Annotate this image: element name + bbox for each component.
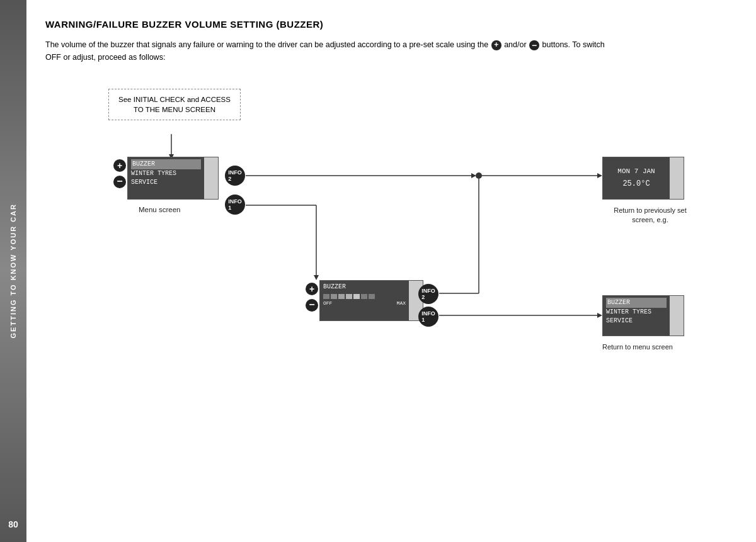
return-bottom-screen-side — [670, 296, 684, 336]
menu-label: Menu screen — [139, 206, 180, 213]
return-top-line1: MON 7 JAN — [617, 167, 655, 176]
return-top-label: Return to previously set screen, e.g. — [606, 206, 694, 225]
return-screen-top-content: MON 7 JAN 25.0°C — [603, 157, 670, 199]
return-top-line2: 25.0°C — [622, 179, 650, 189]
desc-text-1: The volume of the buzzer that signals an… — [45, 40, 488, 49]
info1-button-top[interactable]: INFO1 — [225, 195, 245, 215]
info1-label-bottom: INFO1 — [421, 310, 435, 323]
info2-label-bottom: INFO2 — [421, 288, 435, 300]
minus-circle-icon: − — [529, 40, 539, 50]
menu-line2: WINTER TYRES — [131, 169, 201, 178]
svg-marker-9 — [314, 275, 319, 280]
page-number: 80 — [0, 519, 26, 529]
vol-labels: OFF MAX — [323, 300, 406, 307]
buzzer-screen-content: BUZZER OFF MAX — [320, 281, 409, 320]
buzzer-title: BUZZER — [323, 283, 406, 291]
volume-bar — [323, 294, 406, 299]
vol-off-label: OFF — [323, 300, 332, 307]
sidebar-label: GETTING TO KNOW YOUR CAR — [9, 203, 17, 338]
svg-marker-13 — [597, 313, 602, 318]
return-bottom-label: Return to menu screen — [602, 343, 673, 351]
info2-button-bottom[interactable]: INFO2 — [418, 284, 438, 304]
return-screen-bottom: BUZZER WINTER TYRES SERVICE — [602, 295, 684, 336]
menu-screen-side — [204, 157, 218, 199]
return-screen-bottom-content: BUZZER WINTER TYRES SERVICE — [603, 296, 670, 336]
start-box: See INITIAL CHECK and ACCESS TO THE MENU… — [108, 89, 241, 120]
buzzer-volume-screen: BUZZER OFF MAX — [319, 280, 423, 321]
svg-point-4 — [476, 172, 482, 179]
description: The volume of the buzzer that signals an… — [45, 38, 612, 64]
return-bottom-line3: SERVICE — [606, 317, 667, 325]
vol-max-label: MAX — [397, 300, 406, 307]
info2-label-top: INFO2 — [228, 169, 242, 182]
plus-button-bottom[interactable]: + — [306, 283, 318, 295]
return-bottom-line2: WINTER TYRES — [606, 308, 667, 317]
plus-button-top[interactable]: + — [113, 159, 126, 172]
svg-marker-6 — [597, 173, 602, 178]
page-title: WARNING/FAILURE BUZZER VOLUME SETTING (B… — [45, 19, 731, 30]
menu-line1: BUZZER — [131, 159, 201, 169]
return-screen-top: MON 7 JAN 25.0°C — [602, 157, 684, 200]
menu-screen: BUZZER WINTER TYRES SERVICE — [127, 157, 219, 200]
sidebar: GETTING TO KNOW YOUR CAR 80 — [0, 0, 26, 542]
diagram: See INITIAL CHECK and ACCESS TO THE MENU… — [45, 82, 707, 366]
desc-and-or: and/or — [504, 40, 526, 49]
main-content: WARNING/FAILURE BUZZER VOLUME SETTING (B… — [26, 0, 756, 542]
info1-label-top: INFO1 — [228, 198, 242, 211]
menu-line3: SERVICE — [131, 178, 201, 187]
return-bottom-line1: BUZZER — [606, 298, 667, 308]
minus-button-bottom[interactable]: − — [306, 299, 318, 312]
minus-button-top[interactable]: − — [113, 176, 126, 188]
info2-button-top[interactable]: INFO2 — [225, 166, 245, 186]
svg-marker-3 — [471, 173, 476, 178]
start-box-label: See INITIAL CHECK and ACCESS TO THE MENU… — [118, 96, 231, 113]
plus-circle-icon: + — [491, 40, 501, 50]
return-top-screen-side — [670, 157, 684, 199]
menu-screen-content: BUZZER WINTER TYRES SERVICE — [128, 157, 204, 199]
info1-button-bottom[interactable]: INFO1 — [418, 307, 438, 327]
